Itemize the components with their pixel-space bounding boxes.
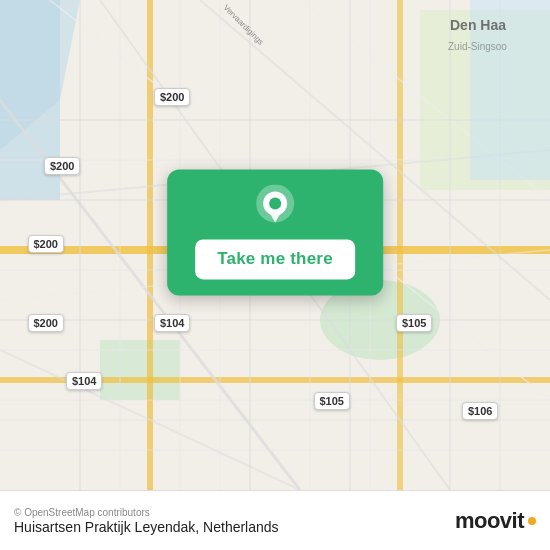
svg-text:Zuid-Singsoo: Zuid-Singsoo (448, 41, 507, 52)
price-badge-p5[interactable]: $104 (154, 314, 190, 332)
bottom-bar: © OpenStreetMap contributors Huisartsen … (0, 490, 550, 550)
price-badge-p4[interactable]: $200 (28, 314, 64, 332)
location-name: Huisartsen Praktijk Leyendak, Netherland… (14, 519, 279, 535)
price-badge-p3[interactable]: $200 (28, 235, 64, 253)
map-area: Den Haa Zuid-Singsoo Vervaardigings $200… (0, 0, 550, 490)
price-badge-p1[interactable]: $200 (154, 88, 190, 106)
moovit-logo: moovit (455, 508, 536, 534)
location-popup: Take me there (167, 169, 383, 295)
price-badge-p8[interactable]: $105 (314, 392, 350, 410)
svg-point-44 (269, 197, 281, 209)
price-badge-p7[interactable]: $105 (396, 314, 432, 332)
price-badge-p6[interactable]: $104 (66, 372, 102, 390)
svg-rect-5 (100, 340, 180, 400)
pin-icon (254, 187, 296, 229)
moovit-logo-text: moovit (455, 508, 524, 534)
moovit-logo-dot (528, 517, 536, 525)
copyright-text: © OpenStreetMap contributors (14, 507, 279, 518)
app-container: Den Haa Zuid-Singsoo Vervaardigings $200… (0, 0, 550, 550)
take-me-there-button[interactable]: Take me there (195, 239, 355, 279)
svg-text:Den Haa: Den Haa (450, 17, 506, 33)
price-badge-p2[interactable]: $200 (44, 157, 80, 175)
bottom-info: © OpenStreetMap contributors Huisartsen … (14, 507, 279, 535)
price-badge-p9[interactable]: $106 (462, 402, 498, 420)
